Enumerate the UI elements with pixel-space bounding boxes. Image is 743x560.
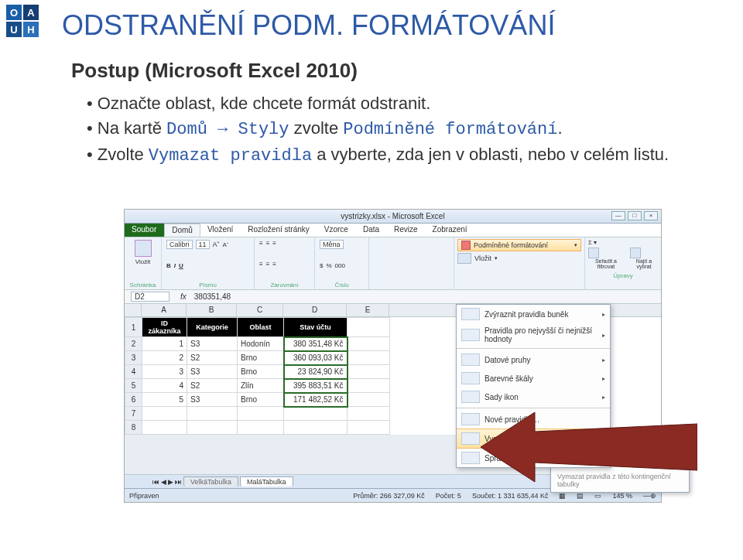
sheet-tab-2[interactable]: MaláTabulka [240, 476, 293, 487]
find-select-button[interactable]: Najít a vybrat [630, 248, 658, 269]
table-row: 4 3 S3 Brno 23 824,90 Kč [125, 365, 390, 379]
view-break-icon[interactable]: ▭ [594, 492, 601, 500]
row-hdr[interactable]: 5 [125, 379, 142, 393]
b2-pre: Na kartě [98, 118, 166, 138]
cell[interactable]: S3 [187, 393, 238, 407]
tab-layout[interactable]: Rozložení stránky [241, 224, 317, 237]
col-B[interactable]: B [187, 304, 237, 316]
minimize-button[interactable]: — [611, 211, 625, 220]
bullet-list: Označte oblast, kde chcete formát odstra… [87, 91, 669, 169]
bold-button[interactable]: B [166, 262, 171, 269]
cell-selected[interactable]: 395 883,51 Kč [284, 379, 348, 393]
close-button[interactable]: × [644, 211, 658, 220]
menu-manage-rules[interactable]: Správa pravidel… [457, 449, 610, 467]
align-top-icon[interactable]: ≡ [259, 240, 263, 247]
menu-color-scales[interactable]: Barevné škály▸ [457, 369, 610, 388]
chevron-right-icon: ▸ [602, 332, 605, 339]
currency-icon[interactable]: $ [320, 262, 323, 269]
tab-nav-next[interactable]: ▶ [168, 478, 173, 486]
chevron-right-icon: ▸ [602, 375, 605, 382]
maximize-button[interactable]: □ [628, 211, 642, 220]
name-box[interactable]: D2 [131, 292, 169, 302]
menu-data-bars[interactable]: Datové pruhy▸ [457, 350, 610, 369]
menu-clear-rules[interactable]: Vymazat pravidla▸ [457, 429, 610, 449]
cell-selected[interactable]: 360 093,03 Kč [284, 351, 348, 365]
colorscales-icon [461, 372, 480, 384]
cell[interactable]: S2 [187, 379, 238, 393]
sheet-tab-1[interactable]: VelkáTabulka [183, 476, 238, 487]
cell[interactable]: S2 [187, 351, 238, 365]
row-hdr-1[interactable]: 1 [125, 318, 142, 337]
italic-button[interactable]: I [174, 262, 176, 269]
font-shrink-icon[interactable]: Aˇ [223, 241, 229, 248]
logo-grid: O A U H [6, 5, 39, 37]
row-hdr[interactable]: 2 [125, 337, 142, 351]
align-center-icon[interactable]: ≡ [266, 261, 270, 268]
cell[interactable]: Zlín [238, 379, 284, 393]
cell[interactable]: S3 [187, 365, 238, 379]
view-layout-icon[interactable]: ▤ [577, 492, 584, 500]
tab-insert[interactable]: Vložení [200, 224, 241, 237]
cell[interactable]: S3 [187, 337, 238, 351]
menu-icon-sets[interactable]: Sady ikon▸ [457, 388, 610, 406]
cell[interactable]: Brno [238, 351, 284, 365]
cell-selected[interactable]: 171 482,52 Kč [284, 393, 348, 407]
col-E[interactable]: E [347, 304, 389, 316]
cell[interactable]: Brno [238, 393, 284, 407]
conditional-formatting-button[interactable]: Podmíněné formátování ▾ [457, 239, 581, 251]
paste-button[interactable]: Vložit [129, 240, 156, 265]
cell-selected[interactable]: 380 351,48 Kč [284, 337, 348, 351]
comma-icon[interactable]: 000 [335, 262, 345, 269]
font-size-box[interactable]: 11 [196, 240, 210, 249]
zoom-slider[interactable]: —⊕ [643, 492, 656, 500]
tab-view[interactable]: Zobrazení [426, 224, 475, 237]
underline-button[interactable]: U [179, 262, 183, 269]
tab-nav-prev[interactable]: ◀ [161, 478, 166, 486]
font-grow-icon[interactable]: Aˆ [213, 241, 220, 248]
row-hdr[interactable]: 7 [125, 407, 142, 421]
zoom-level[interactable]: 145 % [612, 492, 632, 500]
align-mid-icon[interactable]: ≡ [266, 240, 270, 247]
cell[interactable]: 5 [142, 393, 187, 407]
row-hdr[interactable]: 4 [125, 365, 142, 379]
view-normal-icon[interactable]: ▦ [559, 492, 566, 500]
menu-new-rule[interactable]: Nové pravidlo… [457, 410, 610, 429]
submenu-clear-pivot[interactable]: Vymazat pravidla z této kontingenční tab… [551, 470, 689, 490]
select-all-corner[interactable] [125, 304, 142, 316]
row-hdr[interactable]: 8 [125, 421, 142, 435]
menu-clear-label: Vymazat pravidla [484, 435, 543, 443]
cell-selected[interactable]: 23 824,90 Kč [284, 365, 348, 379]
fx-icon[interactable]: fx [180, 292, 187, 301]
percent-icon[interactable]: % [326, 262, 331, 269]
sort-filter-button[interactable]: Seřadit a filtrovat [588, 248, 624, 269]
row-hdr[interactable]: 6 [125, 393, 142, 407]
number-format-box[interactable]: Měna [320, 240, 344, 249]
group-number: Číslo [320, 282, 364, 289]
menu-top-rules[interactable]: Pravidla pro nejvyšší či nejnižší hodnot… [457, 323, 610, 347]
cell[interactable]: 2 [142, 351, 187, 365]
formula-value[interactable]: 380351,48 [191, 292, 234, 301]
align-bot-icon[interactable]: ≡ [272, 240, 276, 247]
manage-icon [461, 452, 480, 464]
col-A[interactable]: A [142, 304, 187, 316]
align-left-icon[interactable]: ≡ [259, 261, 263, 268]
align-right-icon[interactable]: ≡ [272, 261, 276, 268]
cell[interactable]: 4 [142, 379, 187, 393]
font-name-box[interactable]: Calibri [166, 240, 193, 249]
tab-nav-last[interactable]: ⏭ [175, 478, 182, 486]
col-C[interactable]: C [237, 304, 283, 316]
row-hdr[interactable]: 3 [125, 351, 142, 365]
cell[interactable]: Hodonín [238, 337, 284, 351]
cell[interactable]: 1 [142, 337, 187, 351]
tab-file[interactable]: Soubor [125, 224, 164, 237]
tab-review[interactable]: Revize [387, 224, 426, 237]
col-D[interactable]: D [283, 304, 347, 316]
tab-data[interactable]: Data [356, 224, 387, 237]
cell[interactable]: Brno [238, 365, 284, 379]
tab-formulas[interactable]: Vzorce [317, 224, 356, 237]
cell[interactable]: 3 [142, 365, 187, 379]
tab-nav-first[interactable]: ⏮ [152, 478, 159, 486]
insert-cells-button[interactable]: Vložit ▾ [457, 253, 581, 264]
menu-highlight-rules[interactable]: Zvýraznit pravidla buněk▸ [457, 305, 610, 323]
tab-home[interactable]: Domů [164, 224, 200, 237]
